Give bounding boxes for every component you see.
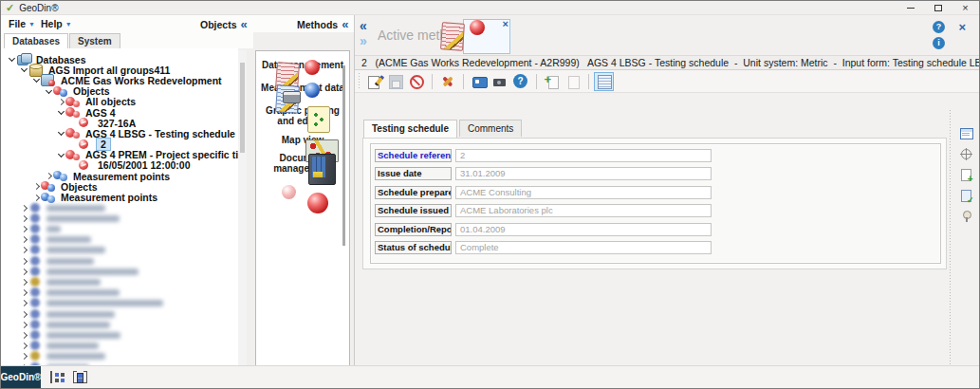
tab-system[interactable]: System — [69, 33, 120, 48]
tree-row[interactable]: ACME Gas Works Redevelopment — [1, 75, 238, 85]
tree-row[interactable]: 16/05/2001 12:00:00 — [1, 160, 238, 171]
location-icon — [959, 210, 972, 223]
save-button[interactable] — [385, 72, 405, 91]
expand-right-icon[interactable]: » — [360, 33, 367, 48]
close-button[interactable]: × — [952, 1, 979, 14]
methods-scrollbar[interactable] — [342, 65, 345, 246]
method-item[interactable]: Measurement data — [256, 83, 349, 93]
tab-testing-schedule[interactable]: Testing schedule — [363, 120, 457, 138]
field-value[interactable]: 01.04.2009 — [455, 223, 712, 236]
field-label-button[interactable]: Status of schedule — [375, 241, 452, 254]
method-item[interactable]: Data management — [256, 60, 349, 70]
new-entry-button[interactable] — [364, 72, 384, 91]
tree-row[interactable]: Objects — [1, 86, 238, 97]
add-record-button[interactable] — [542, 72, 562, 91]
field-value[interactable]: 31.01.2009 — [455, 167, 712, 180]
side-splitter[interactable] — [948, 110, 952, 385]
minimize-button[interactable] — [897, 1, 924, 14]
new-record-button[interactable] — [563, 72, 582, 91]
expander-closed-icon[interactable] — [19, 312, 28, 317]
insert-image-button[interactable] — [469, 72, 489, 91]
tree-row[interactable]: 2 — [1, 139, 238, 150]
field-value[interactable]: Complete — [455, 241, 712, 254]
field-label-button[interactable]: Issue date — [375, 167, 452, 180]
tree-row[interactable]: AGS 4 — [1, 107, 238, 118]
field-label-button[interactable]: Schedule issued to — [375, 204, 452, 217]
expander-open-icon[interactable] — [19, 68, 28, 71]
expander-closed-icon[interactable] — [19, 354, 28, 359]
toolbar-grip[interactable] — [358, 73, 361, 90]
add-document-button[interactable] — [957, 166, 973, 182]
expander-closed-icon[interactable] — [56, 100, 65, 104]
redacted-label — [46, 215, 120, 222]
tree-row[interactable]: 327-16A — [1, 118, 238, 128]
tree-row[interactable]: Objects — [1, 181, 238, 192]
expander-closed-icon[interactable] — [19, 227, 28, 232]
info-button[interactable]: i — [933, 37, 945, 49]
method-item[interactable]: Document management — [256, 153, 349, 174]
expander-open-icon[interactable] — [56, 154, 65, 157]
layout-grid-icon[interactable] — [50, 371, 65, 383]
tab-comments[interactable]: Comments — [459, 120, 522, 137]
location-button[interactable] — [957, 208, 973, 224]
tab-databases[interactable]: Databases — [4, 33, 68, 48]
field-help-button[interactable]: ? — [510, 72, 530, 91]
expander-closed-icon[interactable] — [31, 195, 41, 200]
expander-closed-icon[interactable] — [19, 290, 28, 295]
navigate-button[interactable] — [957, 145, 973, 161]
expander-closed-icon[interactable] — [19, 301, 28, 306]
field-value[interactable]: ACME Laboratories plc — [455, 204, 712, 217]
data-link-icon[interactable] — [73, 371, 87, 383]
field-value[interactable]: 2 — [455, 149, 712, 162]
tree-scrollbar[interactable] — [238, 50, 247, 367]
expander-closed-icon[interactable] — [19, 333, 28, 338]
field-label-button[interactable]: Completion/Report dat — [375, 223, 452, 236]
tree-row[interactable]: AGS Import all groups411 — [1, 65, 238, 75]
expander-closed-icon[interactable] — [19, 323, 28, 327]
menu-file[interactable]: File ▼ — [9, 18, 35, 29]
multimedia-button[interactable] — [490, 72, 509, 91]
expander-closed-icon[interactable] — [19, 248, 28, 252]
toolbar-separator — [536, 74, 537, 89]
expander-open-icon[interactable] — [31, 79, 41, 82]
tree-row[interactable]: Measurement points — [1, 171, 238, 181]
tree-scrollbar-thumb[interactable] — [240, 63, 245, 153]
expander-open-icon[interactable] — [7, 58, 16, 61]
methods-panel-toggle[interactable]: Methods « — [297, 17, 348, 31]
maximize-button[interactable] — [924, 1, 952, 14]
expander-closed-icon[interactable] — [19, 237, 28, 242]
expander-closed-icon[interactable] — [19, 216, 28, 221]
collapse-left-icon[interactable]: « — [360, 18, 367, 33]
form-view-button[interactable] — [594, 72, 614, 91]
cancel-button[interactable] — [406, 72, 426, 91]
expander-closed-icon[interactable] — [19, 206, 28, 211]
method-item[interactable]: Map view — [256, 135, 349, 145]
tree-row[interactable]: All objects — [1, 97, 238, 107]
help-button[interactable]: ? — [933, 21, 945, 33]
menu-help[interactable]: Help ▼ — [41, 18, 72, 29]
field-value[interactable]: ACME Consulting — [455, 186, 712, 199]
tree-row[interactable]: AGS 4 PREM - Project specific time relat… — [1, 150, 238, 160]
expander-open-icon[interactable] — [56, 132, 65, 135]
expander-closed-icon[interactable] — [19, 343, 28, 348]
field-tools-button[interactable] — [437, 72, 457, 91]
expander-open-icon[interactable] — [56, 111, 65, 114]
close-method-icon[interactable]: × — [503, 18, 508, 29]
record-list-button[interactable] — [957, 124, 973, 140]
expander-closed-icon[interactable] — [19, 259, 28, 264]
objects-panel-toggle[interactable]: Objects « — [200, 17, 248, 31]
field-label-button[interactable]: Schedule prepared by — [375, 186, 452, 199]
expander-closed-icon[interactable] — [19, 280, 28, 285]
expander-closed-icon[interactable] — [31, 184, 41, 189]
field-label-button[interactable]: Schedule reference — [375, 149, 452, 162]
approve-document-button[interactable] — [957, 187, 973, 203]
new-entry-icon — [367, 74, 382, 89]
geodin-menu-button[interactable]: GeoDin® — [1, 366, 41, 389]
method-item[interactable]: Graphic printing and editing — [256, 105, 349, 126]
expander-closed-icon[interactable] — [44, 174, 53, 178]
expander-closed-icon[interactable] — [19, 269, 28, 274]
tree-row[interactable]: AGS 4 LBSG - Testing schedule — [1, 128, 238, 139]
close-panel-icon[interactable]: × — [958, 20, 966, 34]
active-method-thumbnail[interactable]: × — [463, 19, 510, 54]
expander-open-icon[interactable] — [44, 90, 53, 93]
